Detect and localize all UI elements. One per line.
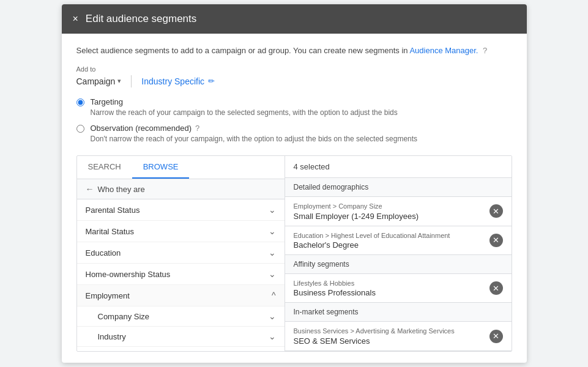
- segment-info: Lifestyles & Hobbies Business Profession…: [294, 279, 485, 297]
- selected-count: 4 selected: [285, 156, 512, 178]
- modal: × Edit audience segments Select audience…: [62, 4, 527, 363]
- description-text: Select audience segments to add to a cam…: [76, 45, 512, 57]
- sub-list-item-label: Industry: [98, 332, 126, 341]
- edit-pencil-icon: ✏: [208, 76, 215, 86]
- segment-name: Business Professionals: [294, 288, 485, 297]
- targeting-option: Targeting Narrow the reach of your campa…: [76, 97, 512, 118]
- section-header-in-market: In-market segments: [285, 303, 512, 322]
- list-item[interactable]: Education ⌄: [77, 242, 285, 264]
- segment-info: Employment > Company Size Small Employer…: [294, 202, 485, 220]
- list-item-label: Parental Status: [86, 206, 140, 215]
- observation-radio[interactable]: [76, 125, 84, 133]
- radio-section: Targeting Narrow the reach of your campa…: [76, 97, 512, 145]
- modal-body: Select audience segments to add to a cam…: [62, 34, 527, 363]
- segment-path: Business Services > Advertising & Market…: [294, 327, 485, 336]
- chevron-down-icon: ⌄: [269, 248, 276, 258]
- description-help-icon[interactable]: ?: [483, 46, 487, 55]
- targeting-radio[interactable]: [76, 98, 84, 106]
- observation-help-icon[interactable]: ?: [195, 124, 199, 133]
- tabs-row: SEARCH BROWSE: [77, 156, 285, 179]
- campaign-row: Campaign ▾ Industry Specific ✏: [76, 75, 512, 87]
- chevron-up-icon: ^: [272, 291, 276, 300]
- section-header-affinity: Affinity segments: [285, 255, 512, 274]
- targeting-label: Targeting: [91, 97, 398, 106]
- observation-label: Observation (recommended): [91, 124, 192, 133]
- segment-name: Small Employer (1-249 Employees): [294, 212, 485, 221]
- segment-item: Education > Highest Level of Educational…: [285, 226, 512, 255]
- remove-button[interactable]: ✕: [489, 281, 503, 295]
- add-to-section: Add to: [76, 65, 512, 73]
- description-main: Select audience segments to add to a cam…: [76, 46, 408, 55]
- observation-label-row: Observation (recommended) ?: [91, 124, 418, 133]
- section-header-detailed-demographics: Detailed demographics: [285, 178, 512, 197]
- campaign-dropdown[interactable]: Campaign ▾: [76, 76, 122, 86]
- segment-item: Employment > Company Size Small Employer…: [285, 197, 512, 226]
- chevron-down-icon: ⌄: [269, 269, 276, 279]
- close-icon[interactable]: ×: [73, 13, 78, 24]
- modal-title: Edit audience segments: [86, 13, 196, 25]
- back-arrow-icon[interactable]: ←: [86, 184, 94, 194]
- content-area: SEARCH BROWSE ← Who they are Parental St…: [76, 155, 512, 352]
- segment-path: Lifestyles & Hobbies: [294, 279, 485, 288]
- list-item-label: Home-ownership Status: [86, 270, 171, 279]
- segment-item: Lifestyles & Hobbies Business Profession…: [285, 274, 512, 303]
- chevron-down-icon: ⌄: [269, 332, 276, 341]
- chevron-down-icon: ⌄: [269, 226, 276, 236]
- sub-list-item-industry[interactable]: Industry ⌄: [77, 327, 285, 347]
- audience-manager-link[interactable]: Audience Manager.: [409, 46, 478, 55]
- chevron-down-icon: ⌄: [269, 311, 276, 321]
- remove-button[interactable]: ✕: [489, 330, 503, 343]
- list-item[interactable]: Marital Status ⌄: [77, 221, 285, 242]
- sub-list-item-label: Company Size: [98, 312, 150, 321]
- segment-path: Employment > Company Size: [294, 202, 485, 211]
- campaign-label: Campaign: [76, 76, 116, 86]
- segment-item: Business Services > Advertising & Market…: [285, 322, 512, 350]
- modal-header: × Edit audience segments: [62, 4, 527, 34]
- observation-desc: Don't narrow the reach of your campaign,…: [91, 134, 418, 144]
- add-to-label: Add to: [76, 65, 96, 73]
- targeting-desc: Narrow the reach of your campaign to the…: [91, 108, 398, 118]
- remove-button[interactable]: ✕: [489, 204, 503, 218]
- remove-button[interactable]: ✕: [489, 234, 503, 247]
- segment-name: SEO & SEM Services: [294, 336, 485, 346]
- list-item[interactable]: Parental Status ⌄: [77, 199, 285, 221]
- left-panel: SEARCH BROWSE ← Who they are Parental St…: [77, 156, 285, 351]
- industry-specific[interactable]: Industry Specific ✏: [141, 76, 215, 86]
- list-item-label: Education: [86, 248, 121, 258]
- tab-browse[interactable]: BROWSE: [132, 156, 190, 179]
- segment-info: Business Services > Advertising & Market…: [294, 327, 485, 345]
- segment-path: Education > Highest Level of Educational…: [294, 231, 485, 240]
- industry-specific-label: Industry Specific: [141, 76, 204, 86]
- sub-list-item-company-size[interactable]: Company Size ⌄: [77, 306, 285, 327]
- chevron-down-icon: ⌄: [269, 205, 276, 215]
- targeting-text: Targeting Narrow the reach of your campa…: [91, 97, 398, 118]
- breadcrumb-label: Who they are: [98, 185, 145, 194]
- right-panel: 4 selected Detailed demographics Employm…: [285, 156, 512, 351]
- breadcrumb: ← Who they are: [77, 179, 285, 199]
- list-item-label: Marital Status: [86, 227, 134, 236]
- vertical-divider: [131, 75, 132, 87]
- observation-option: Observation (recommended) ? Don't narrow…: [76, 124, 512, 144]
- list-item-employment[interactable]: Employment ^: [77, 285, 285, 306]
- campaign-chevron-icon: ▾: [117, 77, 121, 85]
- tab-search[interactable]: SEARCH: [77, 156, 132, 179]
- segment-name: Bachelor's Degree: [294, 240, 485, 250]
- list-item-label: Employment: [86, 291, 130, 300]
- segment-info: Education > Highest Level of Educational…: [294, 231, 485, 250]
- observation-text: Observation (recommended) ? Don't narrow…: [91, 124, 418, 144]
- list-item[interactable]: Home-ownership Status ⌄: [77, 264, 285, 285]
